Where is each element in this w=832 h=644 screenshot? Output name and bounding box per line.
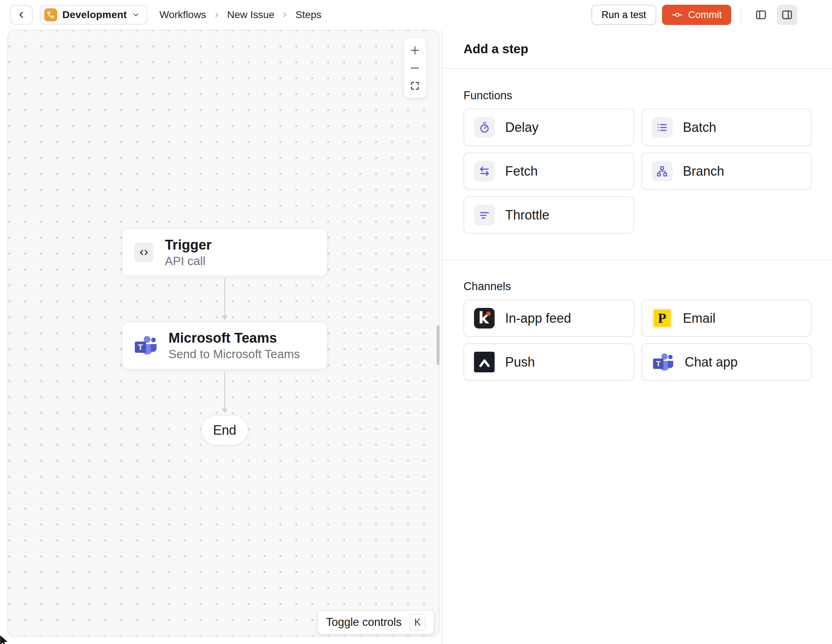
- batch-step-button[interactable]: Batch: [642, 109, 812, 146]
- channels-section-label: Channels: [464, 280, 812, 293]
- back-button[interactable]: [10, 5, 33, 25]
- chat-app-label: Chat app: [685, 355, 738, 370]
- chevron-right-icon: [213, 11, 220, 18]
- run-a-test-button[interactable]: Run a test: [591, 5, 656, 25]
- toggle-controls-button[interactable]: Toggle controls K: [317, 610, 435, 634]
- list-icon: [652, 117, 672, 137]
- add-step-panel: Add a step Functions Delay Batch: [442, 30, 832, 644]
- zoom-controls: [404, 38, 426, 98]
- functions-grid: Delay Batch Fetch: [464, 109, 812, 233]
- git-commit-icon: [672, 9, 683, 21]
- postmark-letter: P: [654, 310, 671, 327]
- branch-step-button[interactable]: Branch: [642, 152, 812, 190]
- teams-node-subtitle: Send to Microsoft Teams: [168, 347, 300, 362]
- svg-text:T: T: [656, 360, 661, 368]
- panel-title: Add a step: [464, 42, 528, 56]
- branch-label: Branch: [683, 164, 724, 179]
- throttle-step-button[interactable]: Throttle: [464, 196, 634, 233]
- end-node[interactable]: End: [201, 415, 249, 446]
- trigger-node-subtitle: API call: [165, 254, 212, 269]
- fit-view-button[interactable]: [407, 78, 423, 93]
- toggle-left-panel-button[interactable]: [751, 5, 771, 25]
- workflow-branch-icon: [47, 11, 55, 19]
- chat-app-step-button[interactable]: T Chat app: [642, 344, 812, 381]
- top-bar-right: Run a test Commit: [591, 5, 797, 25]
- chevron-left-icon: [17, 11, 26, 19]
- commit-label: Commit: [688, 10, 722, 21]
- in-app-feed-label: In-app feed: [505, 311, 571, 326]
- workflow-canvas[interactable]: Trigger API call T Microsof: [7, 30, 440, 637]
- code-icon: [134, 243, 153, 262]
- microsoft-teams-node[interactable]: T Microsoft Teams Send to Microsoft Team…: [122, 322, 328, 369]
- chevron-down-icon: [132, 11, 140, 19]
- workflow-editor: Development Workflows New Issue Steps Ru…: [0, 0, 832, 644]
- canvas-scrollbar-thumb[interactable]: [437, 325, 440, 365]
- breadcrumb-steps[interactable]: Steps: [295, 9, 322, 21]
- keyboard-shortcut-badge: K: [410, 614, 426, 631]
- email-label: Email: [683, 311, 716, 326]
- postmark-logo-icon: P: [652, 308, 672, 329]
- teams-node-title: Microsoft Teams: [168, 329, 300, 347]
- toolbar-divider: [741, 6, 741, 24]
- expo-logo-icon: [474, 352, 494, 372]
- edge-teams-to-end: [220, 371, 229, 414]
- fetch-label: Fetch: [505, 164, 538, 179]
- breadcrumb-workflows[interactable]: Workflows: [160, 9, 206, 21]
- top-bar-left: Development Workflows New Issue Steps: [10, 5, 322, 25]
- environment-switcher[interactable]: Development: [40, 5, 147, 25]
- trigger-node-title: Trigger: [165, 236, 212, 254]
- push-step-button[interactable]: Push: [464, 344, 634, 381]
- environment-badge: [44, 8, 57, 21]
- channels-section: Channels k In-app feed P Email: [442, 260, 832, 381]
- channels-grid: k In-app feed P Email Push: [464, 300, 812, 381]
- panel-header: Add a step: [442, 30, 832, 69]
- top-bar: Development Workflows New Issue Steps Ru…: [0, 0, 832, 30]
- knock-dot: [486, 312, 491, 316]
- trigger-node[interactable]: Trigger API call: [122, 228, 328, 276]
- functions-section: Functions Delay Batch: [442, 69, 832, 260]
- panel-right-icon: [781, 9, 793, 21]
- toggle-controls-label: Toggle controls: [326, 616, 402, 629]
- in-app-feed-step-button[interactable]: k In-app feed: [464, 300, 634, 337]
- fullscreen-icon: [410, 81, 420, 91]
- breadcrumb: Workflows New Issue Steps: [160, 9, 322, 21]
- delay-step-button[interactable]: Delay: [464, 109, 634, 146]
- zoom-in-button[interactable]: [407, 43, 423, 58]
- breadcrumb-new-issue[interactable]: New Issue: [227, 9, 275, 21]
- environment-label: Development: [62, 9, 127, 21]
- microsoft-teams-icon: T: [134, 336, 157, 356]
- minus-icon: [410, 63, 420, 74]
- throttle-label: Throttle: [505, 208, 549, 223]
- teams-logo-icon: T: [652, 352, 674, 372]
- trigger-node-text: Trigger API call: [165, 236, 212, 269]
- batch-label: Batch: [683, 120, 717, 135]
- filter-lines-icon: [474, 205, 494, 225]
- stopwatch-icon: [474, 117, 494, 137]
- plus-icon: [410, 45, 420, 56]
- functions-section-label: Functions: [464, 89, 812, 102]
- teams-node-text: Microsoft Teams Send to Microsoft Teams: [168, 329, 300, 362]
- zoom-out-button[interactable]: [407, 61, 423, 76]
- delay-label: Delay: [505, 120, 539, 135]
- commit-button[interactable]: Commit: [662, 5, 731, 25]
- svg-text:T: T: [138, 343, 143, 352]
- edge-trigger-to-teams: [220, 278, 229, 321]
- network-icon: [652, 161, 672, 181]
- push-label: Push: [505, 355, 535, 370]
- panel-left-icon: [755, 9, 767, 21]
- arrows-swap-icon: [474, 161, 494, 181]
- chevron-right-icon: [282, 11, 288, 18]
- email-step-button[interactable]: P Email: [642, 300, 812, 337]
- toggle-right-panel-button[interactable]: [777, 5, 797, 25]
- knock-logo-icon: k: [474, 308, 494, 329]
- fetch-step-button[interactable]: Fetch: [464, 152, 634, 190]
